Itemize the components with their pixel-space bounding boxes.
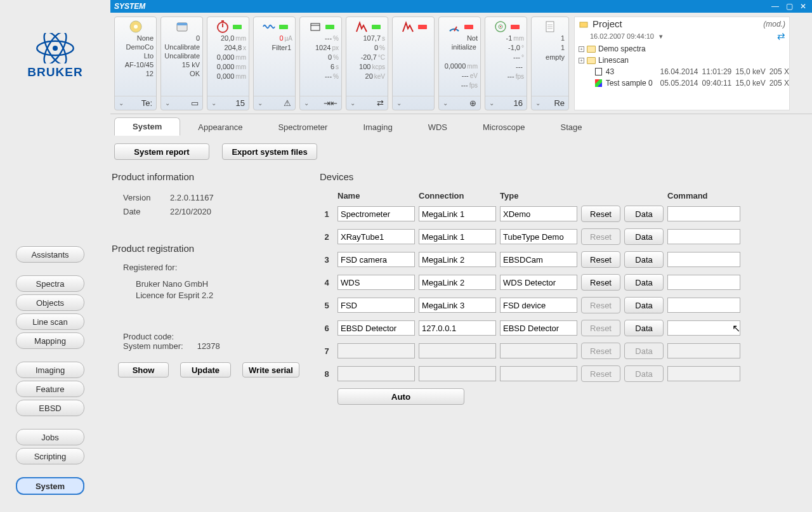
project-item[interactable]: 4316.04.201411:01:2915,0 keV205 X <box>579 66 789 77</box>
svg-rect-15 <box>580 22 587 27</box>
device-data-7: Data <box>624 343 664 359</box>
ribbon-tile-3[interactable]: 0µAFilter1⌄⚠ <box>253 16 296 110</box>
device-conn-2[interactable] <box>419 229 496 244</box>
device-name-6[interactable] <box>337 320 415 336</box>
sidebar-mapping[interactable]: Mapping <box>16 332 84 349</box>
tab-microscope[interactable]: Microscope <box>465 119 542 136</box>
device-name-2[interactable] <box>337 229 415 244</box>
device-data-4[interactable]: Data <box>624 274 664 291</box>
device-reset-1[interactable]: Reset <box>581 206 620 222</box>
device-conn-6[interactable] <box>419 320 496 336</box>
maximize-button[interactable]: ▢ <box>784 2 794 11</box>
device-data-3[interactable]: Data <box>624 251 664 268</box>
show-button[interactable]: Show <box>118 362 169 377</box>
device-conn-3[interactable] <box>419 252 496 267</box>
device-type-5[interactable] <box>500 298 577 313</box>
device-name-7[interactable] <box>337 343 415 358</box>
sidebar-assistants[interactable]: Assistants <box>16 246 84 263</box>
svg-point-5 <box>134 25 138 29</box>
device-command-7[interactable] <box>667 343 740 358</box>
ribbon-tile-7[interactable]: Not initialize0,0000mm---eV---fps⌄⊕ <box>438 16 481 110</box>
sidebar-system[interactable]: System <box>16 477 84 495</box>
ribbon-tile-2[interactable]: 20,0mm204,8x0,000mm0,000mm0,000mm⌄15 <box>207 16 249 110</box>
sidebar-ebsd[interactable]: EBSD <box>16 400 84 416</box>
device-type-6[interactable] <box>500 320 577 336</box>
project-folder[interactable]: +Linescan <box>579 55 789 66</box>
device-conn-5[interactable] <box>419 298 496 313</box>
device-name-8[interactable] <box>337 366 415 381</box>
project-folder[interactable]: +Demo spectra <box>579 43 789 55</box>
device-type-8[interactable] <box>500 366 577 381</box>
device-name-5[interactable] <box>337 298 415 313</box>
tab-imaging[interactable]: Imaging <box>345 119 410 136</box>
device-reset-5: Reset <box>581 297 620 313</box>
device-type-4[interactable] <box>500 275 577 290</box>
minimize-button[interactable]: — <box>770 2 780 11</box>
device-data-5[interactable]: Data <box>624 297 664 313</box>
device-type-7[interactable] <box>500 343 577 358</box>
device-row-4: 4ResetData <box>320 274 808 291</box>
svg-point-3 <box>53 46 58 51</box>
ribbon-tile-8[interactable]: -1mm-1,0°---°------fps⌄16 <box>485 16 527 110</box>
update-button[interactable]: Update <box>180 362 231 377</box>
device-command-6[interactable] <box>667 320 740 336</box>
project-item[interactable]: Test sample 005.05.201409:40:1115,0 keV2… <box>579 77 789 89</box>
svg-rect-10 <box>311 23 320 30</box>
ribbon-tile-1[interactable]: 0UncalibrateUncalibrate15 kVOK⌄▭ <box>160 16 203 110</box>
device-type-2[interactable] <box>500 229 577 244</box>
tab-wds[interactable]: WDS <box>410 119 465 136</box>
device-name-1[interactable] <box>337 206 415 221</box>
device-data-1[interactable]: Data <box>624 206 664 222</box>
device-name-3[interactable] <box>337 252 415 267</box>
device-command-3[interactable] <box>667 252 740 267</box>
bruker-logo: BRUKER <box>0 33 110 79</box>
ribbon-tile-6[interactable]: ⌄ <box>392 16 435 110</box>
device-conn-7[interactable] <box>419 343 496 358</box>
devices-heading: Devices <box>320 171 808 182</box>
product-info-heading: Product information <box>112 171 320 182</box>
device-data-6[interactable]: Data <box>624 320 664 336</box>
device-command-5[interactable] <box>667 298 740 313</box>
sidebar-line-scan[interactable]: Line scan <box>16 313 84 330</box>
device-command-1[interactable] <box>667 206 740 221</box>
close-button[interactable]: ✕ <box>798 2 808 11</box>
write-serial-button[interactable]: Write serial <box>242 362 299 377</box>
auto-button[interactable]: Auto <box>337 388 464 405</box>
device-conn-1[interactable] <box>419 206 496 221</box>
svg-rect-7 <box>177 23 187 25</box>
device-type-3[interactable] <box>500 252 577 267</box>
tab-spectrometer[interactable]: Spectrometer <box>260 119 345 136</box>
device-reset-7: Reset <box>581 343 620 359</box>
sidebar-scripting[interactable]: Scripting <box>16 448 84 464</box>
ribbon-tile-4[interactable]: ---%1024px0%6s---%⌄⇥⇤ <box>299 16 342 110</box>
device-name-4[interactable] <box>337 275 415 290</box>
export-system-files-button[interactable]: Export system files <box>222 143 317 160</box>
sidebar-jobs[interactable]: Jobs <box>16 429 84 445</box>
device-reset-4[interactable]: Reset <box>581 274 620 291</box>
device-command-2[interactable] <box>667 229 740 244</box>
ribbon-tile-9[interactable]: 11empty⌄Re <box>531 16 569 110</box>
device-command-4[interactable] <box>667 275 740 290</box>
device-type-1[interactable] <box>500 206 577 221</box>
device-reset-2: Reset <box>581 228 620 245</box>
device-row-3: 3ResetData <box>320 251 808 268</box>
sidebar-imaging[interactable]: Imaging <box>16 362 84 378</box>
tab-appearance[interactable]: Appearance <box>180 119 260 136</box>
system-report-button[interactable]: System report <box>114 143 209 160</box>
device-reset-3[interactable]: Reset <box>581 251 620 268</box>
tab-system[interactable]: System <box>114 117 180 136</box>
device-conn-8[interactable] <box>419 366 496 381</box>
sidebar-objects[interactable]: Objects <box>16 294 84 311</box>
device-command-8[interactable] <box>667 366 740 381</box>
sidebar-feature[interactable]: Feature <box>16 381 84 397</box>
ribbon-tile-0[interactable]: NoneDemoCo LtoAF-10/4512⌄Te: <box>114 16 157 110</box>
tab-stage[interactable]: Stage <box>542 119 599 136</box>
device-conn-4[interactable] <box>419 275 496 290</box>
device-data-8: Data <box>624 365 664 382</box>
device-reset-6: Reset <box>581 320 620 336</box>
device-row-2: 2ResetData <box>320 228 808 245</box>
svg-rect-9 <box>221 20 224 22</box>
device-data-2[interactable]: Data <box>624 228 664 245</box>
sidebar-spectra[interactable]: Spectra <box>16 275 84 292</box>
ribbon-tile-5[interactable]: 107,7s0%-20,7°C100kcps20keV⌄⇄ <box>346 16 388 110</box>
